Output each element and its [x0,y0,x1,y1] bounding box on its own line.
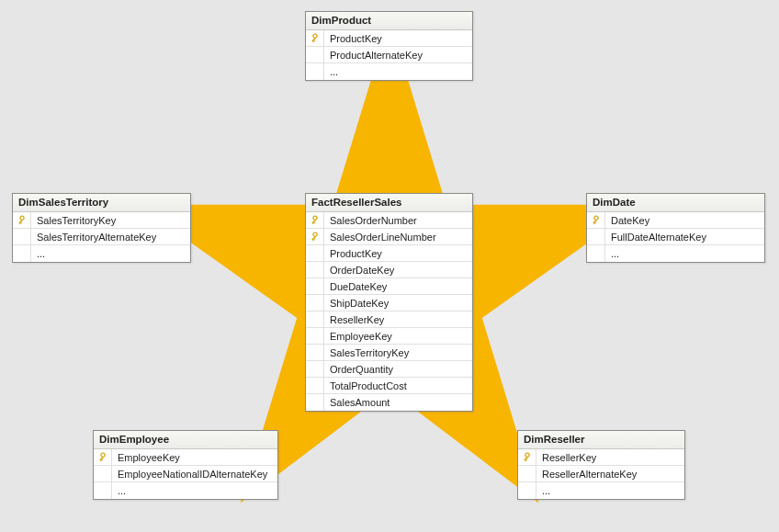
row-icon-cell [306,229,324,244]
column-name: SalesTerritoryKey [31,215,121,226]
column-name: ProductAlternateKey [324,50,428,61]
row-icon-cell [306,394,324,411]
column-name: ResellerAlternateKey [536,469,642,480]
table-dimdate[interactable]: DimDate DateKeyFullDateAlternateKey... [586,193,765,263]
column-name: ResellerKey [536,452,602,463]
column-name: SalesOrderNumber [324,215,423,226]
column-name: DateKey [605,215,655,226]
column-row[interactable]: ... [306,63,472,80]
primary-key-icon [310,33,321,44]
row-icon-cell [306,378,324,393]
column-row[interactable]: SalesOrderNumber [306,212,472,229]
table-header: DimReseller [518,431,684,449]
table-rows: EmployeeKeyEmployeeNationalIDAlternateKe… [94,449,277,499]
column-row[interactable]: TotalProductCost [306,378,472,394]
column-name: DueDateKey [324,281,392,292]
row-icon-cell [306,295,324,311]
column-name: OrderDateKey [324,265,400,276]
row-icon-cell [13,212,31,228]
row-icon-cell [306,361,324,377]
column-name: ProductKey [324,248,388,259]
column-row[interactable]: ... [587,245,764,262]
row-icon-cell [587,229,605,244]
diagram-canvas: DimProduct ProductKeyProductAlternateKey… [0,0,779,532]
primary-key-icon [591,215,602,226]
column-row[interactable]: ResellerKey [306,311,472,328]
column-row[interactable]: SalesTerritoryKey [306,345,472,361]
table-header: DimProduct [306,12,472,30]
column-name: ... [31,248,51,259]
column-row[interactable]: SalesTerritoryAlternateKey [13,229,190,245]
row-icon-cell [306,47,324,62]
column-name: SalesTerritoryAlternateKey [31,232,162,243]
column-row[interactable]: DueDateKey [306,278,472,295]
column-name: ... [605,248,625,259]
row-icon-cell [518,449,536,465]
column-row[interactable]: ResellerAlternateKey [518,466,684,482]
primary-key-icon [17,215,28,226]
column-name: SalesAmount [324,397,395,408]
row-icon-cell [13,229,31,244]
column-row[interactable]: FullDateAlternateKey [587,229,764,245]
column-row[interactable]: ProductAlternateKey [306,47,472,63]
table-header: DimSalesTerritory [13,194,190,212]
column-row[interactable]: SalesAmount [306,394,472,411]
column-name: EmployeeKey [112,452,186,463]
table-dimproduct[interactable]: DimProduct ProductKeyProductAlternateKey… [305,11,473,81]
row-icon-cell [94,482,112,499]
column-name: EmployeeKey [324,331,398,342]
table-dimsalesterritory[interactable]: DimSalesTerritory SalesTerritoryKeySales… [12,193,191,263]
column-name: TotalProductCost [324,380,412,391]
table-header: FactResellerSales [306,194,472,212]
row-icon-cell [13,245,31,262]
column-row[interactable]: SalesOrderLineNumber [306,229,472,245]
column-name: ShipDateKey [324,298,394,309]
column-name: OrderQuantity [324,364,399,375]
column-row[interactable]: ResellerKey [518,449,684,466]
table-dimreseller[interactable]: DimReseller ResellerKeyResellerAlternate… [517,430,685,500]
row-icon-cell [94,449,112,465]
column-name: ProductKey [324,33,388,44]
row-icon-cell [306,262,324,277]
column-name: ... [536,485,556,496]
column-row[interactable]: OrderDateKey [306,262,472,278]
table-rows: DateKeyFullDateAlternateKey... [587,212,764,262]
column-name: ... [112,485,131,496]
column-row[interactable]: ProductKey [306,30,472,47]
column-row[interactable]: ProductKey [306,245,472,262]
table-factresellersales[interactable]: FactResellerSales SalesOrderNumberSalesO… [305,193,473,412]
row-icon-cell [306,30,324,46]
table-rows: SalesOrderNumberSalesOrderLineNumberProd… [306,212,472,411]
column-row[interactable]: ShipDateKey [306,295,472,311]
table-rows: SalesTerritoryKeySalesTerritoryAlternate… [13,212,190,262]
primary-key-icon [310,232,321,243]
row-icon-cell [306,63,324,80]
row-icon-cell [306,212,324,228]
column-row[interactable]: SalesTerritoryKey [13,212,190,229]
column-name: FullDateAlternateKey [605,232,712,243]
column-name: SalesTerritoryKey [324,347,414,358]
row-icon-cell [306,328,324,344]
row-icon-cell [587,245,605,262]
row-icon-cell [518,482,536,499]
row-icon-cell [306,311,324,327]
row-icon-cell [306,278,324,294]
table-header: DimEmployee [94,431,277,449]
column-row[interactable]: ... [94,482,277,499]
table-rows: ProductKeyProductAlternateKey... [306,30,472,80]
primary-key-icon [310,215,321,226]
column-row[interactable]: DateKey [587,212,764,229]
column-row[interactable]: OrderQuantity [306,361,472,378]
table-dimemployee[interactable]: DimEmployee EmployeeKeyEmployeeNationalI… [93,430,278,500]
column-name: SalesOrderLineNumber [324,232,442,243]
row-icon-cell [306,345,324,360]
column-row[interactable]: ... [518,482,684,499]
column-row[interactable]: EmployeeNationalIDAlternateKey [94,466,277,482]
row-icon-cell [306,245,324,261]
column-row[interactable]: EmployeeKey [306,328,472,345]
row-icon-cell [587,212,605,228]
column-row[interactable]: EmployeeKey [94,449,277,466]
column-row[interactable]: ... [13,245,190,262]
table-header: DimDate [587,194,764,212]
row-icon-cell [94,466,112,481]
